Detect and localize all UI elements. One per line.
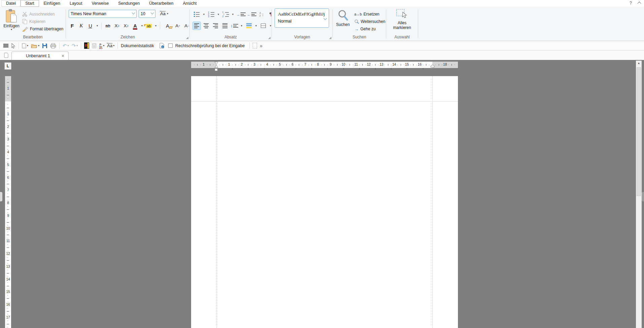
new-document-button[interactable]: ▾ [21,42,30,50]
align-right-button[interactable] [211,22,220,30]
tab-close-icon[interactable]: × [61,53,65,59]
menu-ueberarbeiten[interactable]: Überarbeiten [144,0,178,7]
underline-dropdown-icon[interactable]: ▾ [95,22,99,30]
duden-dictionary-button[interactable]: D [83,42,91,50]
bullet-list-button[interactable] [192,10,201,19]
v-ruler[interactable]: 11234567891011121314151617 [5,76,11,328]
grow-font-button[interactable]: A+ [174,22,182,30]
menu-ansicht[interactable]: Ansicht [178,0,201,7]
decrease-indent-button[interactable]: ← [247,10,257,19]
open-dropdown-icon[interactable]: ▾ [38,44,39,47]
collapse-ribbon-icon[interactable] [637,2,641,5]
menu-einfuegen[interactable]: Einfügen [39,0,65,7]
document-tab[interactable]: Unbenannt 1 × [11,52,69,60]
toolbar-overflow-button[interactable]: » [258,42,264,50]
find-next-button[interactable]: Weitersuchen [354,18,385,25]
select-all-button[interactable]: Alles markieren [388,8,416,36]
menu-datei[interactable]: Datei [1,0,21,7]
redo-dropdown-icon[interactable]: ▾ [76,44,78,47]
save-button[interactable] [41,42,49,50]
font-name-combo[interactable]: Times New Roman [69,10,137,18]
find-button[interactable]: Suchen [333,8,352,34]
increase-indent-button[interactable]: → [236,10,246,19]
indent-marker-left[interactable] [215,68,218,71]
change-case-toolbar-dropdown-icon[interactable]: ▾ [113,44,114,47]
font-name-dropdown-icon[interactable] [132,11,135,14]
undo-button[interactable]: ↶ ▾ [61,42,70,50]
outline-list-button[interactable]: 1 i 2 [221,10,230,19]
absatz-dialog-launcher[interactable] [268,37,271,39]
spellcheck-as-you-type-toggle[interactable]: Rechtschreibprüfung bei der Eingabe [167,42,246,50]
indent-marker-first-line[interactable] [214,62,218,68]
redo-button[interactable]: ↷ ▾ [70,42,79,50]
font-color-dropdown-icon[interactable]: ▾ [140,22,144,30]
spellcheck-checkbox[interactable] [168,43,173,48]
spellcheck-button[interactable]: a- bc ▾ [98,42,106,50]
tab-stop-selector[interactable]: L [4,62,11,70]
change-case-toolbar-button[interactable]: ←Aa ▾ [106,42,116,50]
paste-dropdown-icon[interactable]: ▾ [11,28,12,31]
change-case-dropdown-icon[interactable]: ▾ [167,12,168,15]
new-document-dropdown-icon[interactable]: ▾ [27,44,28,47]
shading-dropdown-icon[interactable]: ▾ [254,22,258,30]
highlight-button[interactable]: ab [145,22,153,30]
align-center-button[interactable] [202,22,210,30]
line-spacing-button[interactable]: ↕ [230,22,239,30]
paste-button[interactable]: Einfügen ▾ [2,8,21,34]
replace-button[interactable]: a→b Ersetzen [354,11,380,18]
scrollbar-thumb[interactable] [637,67,641,196]
print-button[interactable] [49,42,58,50]
right-edge-grip[interactable] [642,192,644,201]
goto-button[interactable]: → Gehe zu [354,26,375,32]
cut-button[interactable]: Ausschneiden [22,11,55,18]
justify-button[interactable] [221,22,229,30]
spellcheck-dropdown-icon[interactable]: ▾ [103,44,104,47]
format-painter-button[interactable]: Format übertragen [22,26,63,32]
undo-dropdown-icon[interactable]: ▾ [68,44,69,47]
pointer-mode-button[interactable] [10,42,17,50]
outline-list-dropdown-icon[interactable]: ▾ [230,10,235,19]
menu-start[interactable]: Start [21,0,39,7]
scroll-up-icon[interactable]: ▲ [636,62,642,65]
open-button[interactable]: ▾ [30,42,41,50]
calculator-button[interactable] [91,42,98,50]
numbered-list-button[interactable]: 1 2 3 [207,10,215,19]
vertical-scrollbar[interactable]: ▲ [636,61,642,328]
underline-button[interactable]: U [86,22,95,30]
h-ruler[interactable]: 11234567891011121314151618 [191,62,458,68]
bold-button[interactable]: F [68,22,76,30]
italic-button[interactable]: K [77,22,85,30]
help-icon[interactable]: ? [630,1,632,5]
copy-button[interactable]: Kopieren [22,18,45,25]
shading-button[interactable] [245,22,253,30]
borders-button[interactable] [259,22,267,30]
menu-sendungen[interactable]: Sendungen [113,0,144,7]
left-edge-grip[interactable] [0,192,2,201]
zeichen-dialog-launcher[interactable] [186,37,188,39]
sidebar-menu-button[interactable] [2,42,10,50]
menu-layout[interactable]: Layout [65,0,87,7]
h-ruler-tabstrip[interactable] [191,68,458,71]
numbered-list-dropdown-icon[interactable]: ▾ [216,10,221,19]
change-case-button[interactable]: ←Aa ▾ [157,9,171,18]
line-spacing-dropdown-icon[interactable]: ▾ [240,22,244,30]
strikethrough-button[interactable]: ab [104,22,112,30]
font-size-combo[interactable]: 10 [139,10,155,18]
vorlagen-dialog-launcher[interactable] [329,37,331,39]
clear-formatting-button[interactable]: A [162,22,173,30]
bullet-list-dropdown-icon[interactable]: ▾ [202,10,206,19]
sort-button[interactable]: AZ ↕ [257,10,266,19]
style-gallery-dropdown-icon[interactable] [324,17,327,20]
menu-verweise[interactable]: Verweise [87,0,113,7]
document-info-button[interactable] [158,42,166,50]
highlight-dropdown-icon[interactable]: ▾ [154,22,158,30]
new-tab-page-icon[interactable] [4,53,8,58]
font-color-button[interactable]: A [131,22,139,30]
subscript-button[interactable]: X2 [113,22,121,30]
page-setup-button[interactable] [251,42,258,50]
superscript-button[interactable]: X2 [122,22,130,30]
document-page[interactable] [191,76,458,328]
document-statistics-button[interactable]: Dokumentstatistik [119,42,155,50]
font-size-dropdown-icon[interactable] [151,11,154,14]
align-left-button[interactable] [192,22,201,30]
